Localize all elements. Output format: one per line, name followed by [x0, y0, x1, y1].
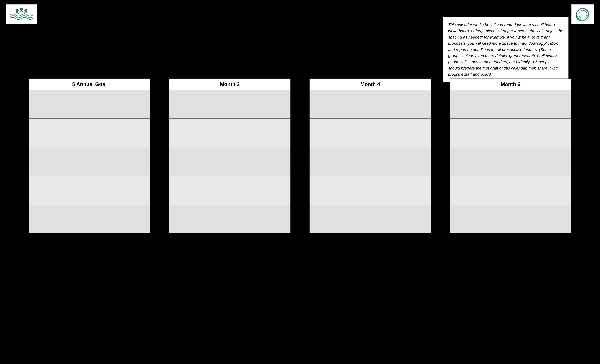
col-row: [169, 147, 291, 176]
col-row: [450, 204, 571, 233]
col-row: [169, 90, 291, 119]
right-logo: [572, 4, 594, 24]
col-row: [29, 90, 150, 119]
info-text: This calendar works best if you reproduc…: [448, 22, 563, 78]
col-row: [169, 119, 291, 147]
column-month2: Month 2: [169, 79, 291, 233]
column-month6: Month 6: [450, 79, 572, 233]
col-row: [29, 147, 150, 176]
info-box: This calendar works best if you reproduc…: [443, 17, 569, 82]
col-header-month2: Month 2: [169, 79, 291, 90]
col-row: [29, 176, 150, 204]
col-row: [450, 176, 571, 204]
grid-area: $ Annual Goal Month 2 Month 4 Month 6: [28, 79, 572, 233]
svg-point-4: [20, 8, 23, 11]
column-month4: Month 4: [309, 79, 431, 233]
col-row: [309, 90, 431, 119]
col-header-annual: $ Annual Goal: [29, 79, 150, 90]
col-header-month6: Month 6: [450, 79, 571, 90]
col-row: [169, 204, 291, 233]
left-logo: [6, 4, 37, 24]
col-row: [169, 176, 291, 204]
svg-point-7: [24, 9, 27, 12]
column-annual-goal: $ Annual Goal: [28, 79, 150, 233]
col-row: [309, 147, 431, 176]
col-header-month4: Month 4: [309, 79, 431, 90]
col-row: [450, 147, 571, 176]
col-row: [309, 176, 431, 204]
col-row: [29, 204, 150, 233]
col-row: [309, 119, 431, 147]
svg-point-1: [16, 9, 19, 12]
col-row: [450, 90, 571, 119]
col-row: [29, 119, 150, 147]
col-row: [450, 119, 571, 147]
col-row: [309, 204, 431, 233]
